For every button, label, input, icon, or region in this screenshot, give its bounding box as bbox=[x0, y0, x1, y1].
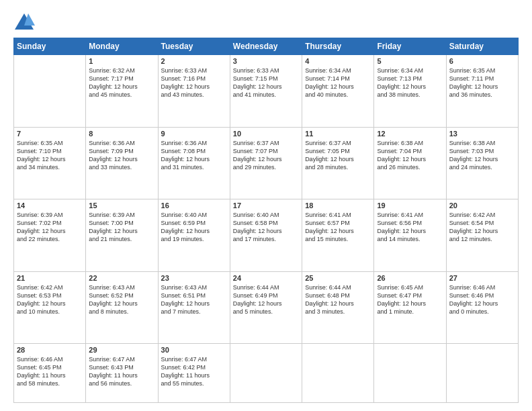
day-number: 21 bbox=[17, 274, 83, 282]
day-cell: 17Sunrise: 6:40 AM Sunset: 6:58 PM Dayli… bbox=[230, 199, 302, 272]
logo-icon bbox=[13, 12, 35, 31]
day-of-week-sunday: Sunday bbox=[14, 38, 86, 55]
day-cell: 18Sunrise: 6:41 AM Sunset: 6:57 PM Dayli… bbox=[302, 199, 374, 272]
day-number: 30 bbox=[161, 346, 227, 354]
day-info: Sunrise: 6:45 AM Sunset: 6:47 PM Dayligh… bbox=[377, 283, 443, 316]
day-number: 17 bbox=[233, 201, 299, 210]
day-cell: 30Sunrise: 6:47 AM Sunset: 6:42 PM Dayli… bbox=[158, 344, 230, 403]
day-cell: 13Sunrise: 6:38 AM Sunset: 7:03 PM Dayli… bbox=[446, 127, 518, 199]
day-cell: 5Sunrise: 6:34 AM Sunset: 7:13 PM Daylig… bbox=[374, 55, 446, 128]
day-info: Sunrise: 6:33 AM Sunset: 7:15 PM Dayligh… bbox=[233, 66, 299, 99]
day-info: Sunrise: 6:47 AM Sunset: 6:43 PM Dayligh… bbox=[89, 355, 154, 388]
day-cell: 22Sunrise: 6:43 AM Sunset: 6:52 PM Dayli… bbox=[86, 271, 158, 344]
day-number: 27 bbox=[449, 274, 515, 282]
day-of-week-monday: Monday bbox=[86, 38, 158, 55]
day-cell bbox=[374, 344, 446, 403]
week-row-2: 7Sunrise: 6:35 AM Sunset: 7:10 PM Daylig… bbox=[14, 127, 519, 199]
day-cell: 23Sunrise: 6:43 AM Sunset: 6:51 PM Dayli… bbox=[158, 271, 230, 344]
day-cell bbox=[14, 55, 86, 128]
calendar: SundayMondayTuesdayWednesdayThursdayFrid… bbox=[13, 38, 519, 403]
day-cell: 14Sunrise: 6:39 AM Sunset: 7:02 PM Dayli… bbox=[14, 199, 86, 272]
day-info: Sunrise: 6:40 AM Sunset: 6:58 PM Dayligh… bbox=[233, 211, 299, 244]
day-number: 28 bbox=[17, 346, 83, 354]
day-of-week-friday: Friday bbox=[374, 38, 446, 55]
day-cell bbox=[446, 344, 518, 403]
day-cell bbox=[230, 344, 302, 403]
day-cell: 20Sunrise: 6:42 AM Sunset: 6:54 PM Dayli… bbox=[446, 199, 518, 272]
day-info: Sunrise: 6:36 AM Sunset: 7:08 PM Dayligh… bbox=[161, 139, 227, 172]
day-cell: 16Sunrise: 6:40 AM Sunset: 6:59 PM Dayli… bbox=[158, 199, 230, 272]
day-info: Sunrise: 6:39 AM Sunset: 7:02 PM Dayligh… bbox=[17, 211, 83, 244]
day-of-week-saturday: Saturday bbox=[446, 38, 518, 55]
day-number: 26 bbox=[377, 274, 443, 282]
day-info: Sunrise: 6:33 AM Sunset: 7:16 PM Dayligh… bbox=[161, 66, 227, 99]
day-number: 1 bbox=[89, 57, 154, 65]
day-info: Sunrise: 6:40 AM Sunset: 6:59 PM Dayligh… bbox=[161, 211, 227, 244]
day-number: 18 bbox=[305, 201, 371, 210]
day-info: Sunrise: 6:35 AM Sunset: 7:10 PM Dayligh… bbox=[17, 139, 83, 172]
day-info: Sunrise: 6:32 AM Sunset: 7:17 PM Dayligh… bbox=[89, 66, 154, 99]
day-info: Sunrise: 6:34 AM Sunset: 7:13 PM Dayligh… bbox=[377, 66, 443, 99]
day-cell: 3Sunrise: 6:33 AM Sunset: 7:15 PM Daylig… bbox=[230, 55, 302, 128]
day-number: 12 bbox=[377, 130, 443, 138]
day-info: Sunrise: 6:43 AM Sunset: 6:51 PM Dayligh… bbox=[161, 283, 227, 316]
day-info: Sunrise: 6:34 AM Sunset: 7:14 PM Dayligh… bbox=[305, 66, 371, 99]
day-cell: 7Sunrise: 6:35 AM Sunset: 7:10 PM Daylig… bbox=[14, 127, 86, 199]
day-info: Sunrise: 6:46 AM Sunset: 6:45 PM Dayligh… bbox=[17, 355, 83, 388]
day-cell: 12Sunrise: 6:38 AM Sunset: 7:04 PM Dayli… bbox=[374, 127, 446, 199]
day-cell: 27Sunrise: 6:46 AM Sunset: 6:46 PM Dayli… bbox=[446, 271, 518, 344]
day-info: Sunrise: 6:42 AM Sunset: 6:54 PM Dayligh… bbox=[449, 211, 515, 244]
day-cell: 21Sunrise: 6:42 AM Sunset: 6:53 PM Dayli… bbox=[14, 271, 86, 344]
day-info: Sunrise: 6:41 AM Sunset: 6:57 PM Dayligh… bbox=[305, 211, 371, 244]
day-info: Sunrise: 6:36 AM Sunset: 7:09 PM Dayligh… bbox=[89, 139, 154, 172]
day-number: 3 bbox=[233, 57, 299, 65]
day-info: Sunrise: 6:37 AM Sunset: 7:07 PM Dayligh… bbox=[233, 139, 299, 172]
day-number: 20 bbox=[449, 201, 515, 210]
day-cell: 15Sunrise: 6:39 AM Sunset: 7:00 PM Dayli… bbox=[86, 199, 158, 272]
day-number: 8 bbox=[89, 130, 154, 138]
day-of-week-tuesday: Tuesday bbox=[158, 38, 230, 55]
day-number: 15 bbox=[89, 201, 154, 210]
day-number: 22 bbox=[89, 274, 154, 282]
day-number: 14 bbox=[17, 201, 83, 210]
week-row-4: 21Sunrise: 6:42 AM Sunset: 6:53 PM Dayli… bbox=[14, 271, 519, 344]
day-cell: 11Sunrise: 6:37 AM Sunset: 7:05 PM Dayli… bbox=[302, 127, 374, 199]
day-number: 7 bbox=[17, 130, 83, 138]
day-header-row: SundayMondayTuesdayWednesdayThursdayFrid… bbox=[14, 38, 519, 55]
day-cell: 28Sunrise: 6:46 AM Sunset: 6:45 PM Dayli… bbox=[14, 344, 86, 403]
day-number: 2 bbox=[161, 57, 227, 65]
day-number: 19 bbox=[377, 201, 443, 210]
day-info: Sunrise: 6:46 AM Sunset: 6:46 PM Dayligh… bbox=[449, 283, 515, 316]
day-number: 4 bbox=[305, 57, 371, 65]
day-info: Sunrise: 6:37 AM Sunset: 7:05 PM Dayligh… bbox=[305, 139, 371, 172]
day-of-week-thursday: Thursday bbox=[302, 38, 374, 55]
day-cell: 10Sunrise: 6:37 AM Sunset: 7:07 PM Dayli… bbox=[230, 127, 302, 199]
day-cell: 8Sunrise: 6:36 AM Sunset: 7:09 PM Daylig… bbox=[86, 127, 158, 199]
day-cell: 4Sunrise: 6:34 AM Sunset: 7:14 PM Daylig… bbox=[302, 55, 374, 128]
day-info: Sunrise: 6:47 AM Sunset: 6:42 PM Dayligh… bbox=[161, 355, 227, 388]
header bbox=[13, 12, 519, 31]
day-info: Sunrise: 6:38 AM Sunset: 7:03 PM Dayligh… bbox=[449, 139, 515, 172]
day-cell: 24Sunrise: 6:44 AM Sunset: 6:49 PM Dayli… bbox=[230, 271, 302, 344]
day-info: Sunrise: 6:39 AM Sunset: 7:00 PM Dayligh… bbox=[89, 211, 154, 244]
page: SundayMondayTuesdayWednesdayThursdayFrid… bbox=[0, 0, 532, 411]
day-info: Sunrise: 6:44 AM Sunset: 6:49 PM Dayligh… bbox=[233, 283, 299, 316]
day-cell: 25Sunrise: 6:44 AM Sunset: 6:48 PM Dayli… bbox=[302, 271, 374, 344]
day-number: 9 bbox=[161, 130, 227, 138]
day-of-week-wednesday: Wednesday bbox=[230, 38, 302, 55]
day-cell: 6Sunrise: 6:35 AM Sunset: 7:11 PM Daylig… bbox=[446, 55, 518, 128]
day-info: Sunrise: 6:42 AM Sunset: 6:53 PM Dayligh… bbox=[17, 283, 83, 316]
day-number: 13 bbox=[449, 130, 515, 138]
day-number: 10 bbox=[233, 130, 299, 138]
day-cell: 9Sunrise: 6:36 AM Sunset: 7:08 PM Daylig… bbox=[158, 127, 230, 199]
day-info: Sunrise: 6:38 AM Sunset: 7:04 PM Dayligh… bbox=[377, 139, 443, 172]
day-cell: 29Sunrise: 6:47 AM Sunset: 6:43 PM Dayli… bbox=[86, 344, 158, 403]
day-number: 24 bbox=[233, 274, 299, 282]
logo bbox=[13, 12, 38, 31]
week-row-1: 1Sunrise: 6:32 AM Sunset: 7:17 PM Daylig… bbox=[14, 55, 519, 128]
week-row-5: 28Sunrise: 6:46 AM Sunset: 6:45 PM Dayli… bbox=[14, 344, 519, 403]
day-cell: 1Sunrise: 6:32 AM Sunset: 7:17 PM Daylig… bbox=[86, 55, 158, 128]
day-number: 16 bbox=[161, 201, 227, 210]
day-info: Sunrise: 6:44 AM Sunset: 6:48 PM Dayligh… bbox=[305, 283, 371, 316]
day-number: 5 bbox=[377, 57, 443, 65]
